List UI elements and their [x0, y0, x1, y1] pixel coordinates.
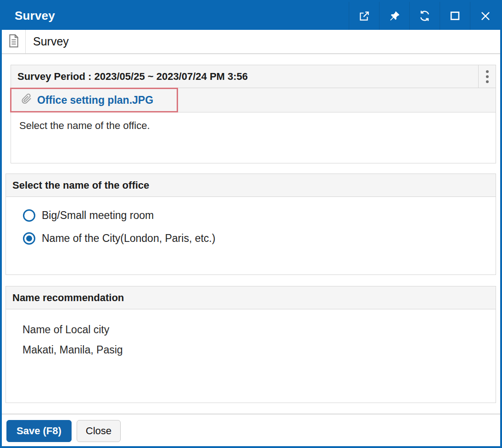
refresh-button[interactable]: [409, 2, 440, 30]
survey-description: Select the name of the office.: [11, 112, 496, 163]
recommendation-title: Name recommendation: [6, 286, 496, 309]
open-in-new-window-icon: [358, 10, 370, 22]
paperclip-icon: [21, 93, 32, 107]
recommendation-panel: Name recommendation Name of Local city M…: [6, 286, 496, 403]
recommendation-body[interactable]: Name of Local city Makati, Manila, Pasig: [6, 309, 496, 403]
radio-option-city-name[interactable]: Name of the City(London, Paris, etc.): [23, 232, 496, 245]
kebab-dot: [486, 70, 489, 73]
radio-option-label: Name of the City(London, Paris, etc.): [42, 232, 215, 245]
radio-button[interactable]: [23, 232, 35, 245]
radio-button[interactable]: [23, 209, 35, 222]
survey-period-text: Survey Period : 2023/05/25 ~ 2023/07/24 …: [17, 71, 248, 83]
recommendation-line: Makati, Manila, Pasig: [22, 340, 496, 360]
question-panel: Select the name of the office Big/Small …: [6, 174, 496, 275]
close-window-button[interactable]: [470, 2, 500, 30]
document-icon-cell[interactable]: [2, 30, 26, 53]
open-in-new-window-button[interactable]: [349, 2, 379, 30]
kebab-dot: [486, 80, 489, 83]
content-area: Survey Period : 2023/05/25 ~ 2023/07/24 …: [2, 54, 500, 446]
attachment-link[interactable]: Office setting plan.JPG: [21, 93, 153, 107]
footer-buttons: Save (F8) Close: [2, 414, 500, 442]
kebab-menu-button[interactable]: [478, 65, 496, 88]
window-title: Survey: [15, 9, 55, 23]
recommendation-line: Name of Local city: [22, 319, 496, 340]
breadcrumb-bar: Survey: [2, 30, 500, 54]
document-icon: [7, 34, 20, 50]
maximize-button[interactable]: [440, 2, 470, 30]
maximize-icon: [449, 10, 461, 22]
breadcrumb: Survey: [26, 30, 69, 53]
survey-window: Survey: [0, 0, 502, 448]
titlebar-actions: [349, 2, 500, 30]
refresh-icon: [418, 10, 431, 22]
attachment-filename: Office setting plan.JPG: [37, 94, 153, 106]
pin-button[interactable]: [379, 2, 409, 30]
close-icon: [480, 10, 491, 22]
radio-option-meeting-room[interactable]: Big/Small meeting room: [23, 209, 496, 222]
close-button[interactable]: Close: [77, 420, 121, 442]
attachment-row: Office setting plan.JPG: [11, 88, 496, 112]
save-button[interactable]: Save (F8): [6, 420, 72, 442]
survey-period-header: Survey Period : 2023/05/25 ~ 2023/07/24 …: [11, 65, 496, 88]
question-title: Select the name of the office: [6, 174, 496, 197]
pin-icon: [389, 10, 401, 22]
survey-info-panel: Survey Period : 2023/05/25 ~ 2023/07/24 …: [11, 65, 496, 163]
kebab-dot: [486, 75, 489, 78]
question-options: Big/Small meeting room Name of the City(…: [6, 197, 496, 274]
title-bar: Survey: [2, 2, 500, 30]
radio-option-label: Big/Small meeting room: [42, 209, 154, 222]
